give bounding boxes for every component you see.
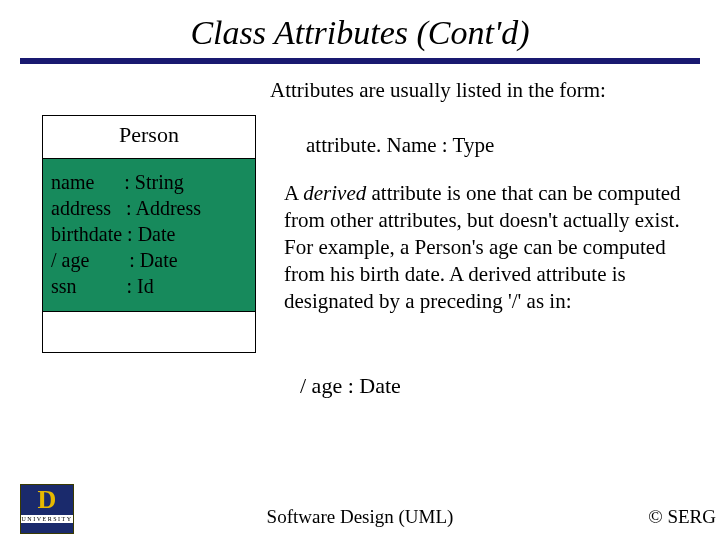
uml-attr-row: ssn : Id [51, 273, 247, 299]
title-divider [20, 58, 700, 64]
footer-copyright: © SERG [648, 506, 716, 528]
derived-paragraph: A derived attribute is one that can be c… [284, 180, 700, 314]
para-text: A [284, 181, 303, 205]
intro-text: Attributes are usually listed in the for… [270, 78, 702, 103]
uml-attr-row: name : String [51, 169, 247, 195]
content-area: Person name : String address : Address b… [0, 115, 720, 353]
uml-attribute-compartment: name : String address : Address birthdat… [43, 159, 255, 312]
explanation-column: attribute. Name : Type A derived attribu… [284, 115, 700, 314]
uml-attr-row: birthdate : Date [51, 221, 247, 247]
uml-attr-row: / age : Date [51, 247, 247, 273]
footer-center-text: Software Design (UML) [0, 506, 720, 528]
uml-class-name: Person [43, 116, 255, 159]
derived-keyword: derived [303, 181, 366, 205]
slide-title: Class Attributes (Cont'd) [0, 14, 720, 52]
uml-operations-compartment [43, 312, 255, 352]
uml-attr-row: address : Address [51, 195, 247, 221]
uml-class-box: Person name : String address : Address b… [42, 115, 256, 353]
derived-example: / age : Date [300, 373, 720, 399]
attribute-form-line: attribute. Name : Type [306, 133, 700, 158]
